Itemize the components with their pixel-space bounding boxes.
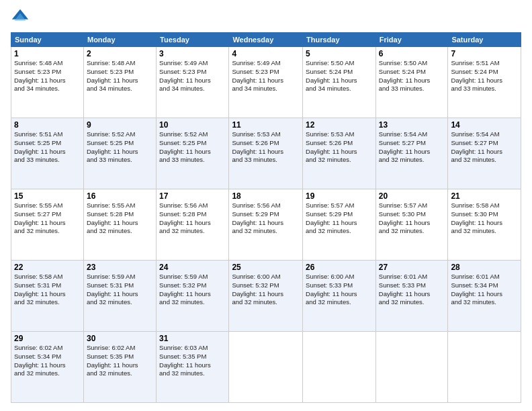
day-cell: 24 Sunrise: 5:59 AMSunset: 5:32 PMDaylig…: [157, 261, 229, 332]
day-cell: 6 Sunrise: 5:50 AMSunset: 5:24 PMDayligh…: [375, 47, 448, 118]
day-info: Sunrise: 5:50 AMSunset: 5:24 PMDaylight:…: [379, 59, 445, 93]
day-cell: 1 Sunrise: 5:48 AMSunset: 5:23 PMDayligh…: [11, 47, 84, 118]
col-header-tuesday: Tuesday: [157, 33, 229, 47]
day-cell: 20 Sunrise: 5:57 AMSunset: 5:30 PMDaylig…: [375, 189, 448, 261]
day-cell: 27 Sunrise: 6:01 AMSunset: 5:33 PMDaylig…: [375, 261, 448, 332]
page: SundayMondayTuesdayWednesdayThursdayFrid…: [0, 0, 532, 411]
day-number: 7: [451, 49, 518, 58]
day-cell: 15 Sunrise: 5:55 AMSunset: 5:27 PMDaylig…: [11, 189, 84, 261]
calendar-header: SundayMondayTuesdayWednesdayThursdayFrid…: [11, 33, 521, 47]
day-info: Sunrise: 5:59 AMSunset: 5:31 PMDaylight:…: [87, 273, 153, 307]
col-header-sunday: Sunday: [11, 33, 84, 47]
week-row-5: 29 Sunrise: 6:02 AMSunset: 5:34 PMDaylig…: [11, 332, 521, 403]
day-number: 30: [87, 334, 153, 343]
day-cell: 30 Sunrise: 6:02 AMSunset: 5:35 PMDaylig…: [83, 332, 156, 403]
day-info: Sunrise: 6:02 AMSunset: 5:34 PMDaylight:…: [14, 344, 81, 378]
day-info: Sunrise: 6:01 AMSunset: 5:34 PMDaylight:…: [451, 273, 518, 307]
day-number: 23: [87, 263, 153, 272]
day-number: 18: [232, 191, 300, 201]
day-number: 31: [159, 334, 226, 343]
day-info: Sunrise: 6:02 AMSunset: 5:35 PMDaylight:…: [87, 344, 153, 378]
week-row-1: 1 Sunrise: 5:48 AMSunset: 5:23 PMDayligh…: [11, 47, 521, 118]
day-info: Sunrise: 5:59 AMSunset: 5:32 PMDaylight:…: [159, 273, 226, 307]
day-info: Sunrise: 5:52 AMSunset: 5:25 PMDaylight:…: [87, 130, 153, 165]
week-row-3: 15 Sunrise: 5:55 AMSunset: 5:27 PMDaylig…: [11, 189, 521, 261]
day-cell: 7 Sunrise: 5:51 AMSunset: 5:24 PMDayligh…: [448, 47, 521, 118]
day-number: 4: [232, 49, 300, 58]
day-cell: 12 Sunrise: 5:53 AMSunset: 5:26 PMDaylig…: [303, 118, 376, 189]
day-number: 25: [232, 263, 300, 272]
day-cell: 23 Sunrise: 5:59 AMSunset: 5:31 PMDaylig…: [83, 261, 156, 332]
day-number: 27: [379, 263, 445, 272]
day-number: 8: [14, 120, 81, 130]
day-number: 17: [159, 191, 226, 201]
day-info: Sunrise: 5:53 AMSunset: 5:26 PMDaylight:…: [232, 130, 300, 165]
day-number: 21: [451, 191, 518, 201]
day-cell: [375, 332, 448, 403]
day-info: Sunrise: 6:03 AMSunset: 5:35 PMDaylight:…: [159, 344, 226, 378]
week-row-4: 22 Sunrise: 5:58 AMSunset: 5:31 PMDaylig…: [11, 261, 521, 332]
day-info: Sunrise: 5:50 AMSunset: 5:24 PMDaylight:…: [306, 59, 373, 93]
day-info: Sunrise: 5:49 AMSunset: 5:23 PMDaylight:…: [159, 59, 226, 93]
day-info: Sunrise: 5:55 AMSunset: 5:27 PMDaylight:…: [14, 201, 81, 236]
calendar: SundayMondayTuesdayWednesdayThursdayFrid…: [11, 32, 521, 403]
day-number: 15: [14, 191, 81, 201]
header-row: SundayMondayTuesdayWednesdayThursdayFrid…: [11, 33, 521, 47]
day-number: 10: [159, 120, 226, 130]
col-header-thursday: Thursday: [303, 33, 376, 47]
day-number: 19: [306, 191, 373, 201]
day-info: Sunrise: 5:56 AMSunset: 5:28 PMDaylight:…: [159, 201, 226, 236]
logo: [11, 8, 32, 27]
day-number: 3: [159, 49, 226, 58]
day-number: 9: [87, 120, 153, 130]
day-number: 14: [451, 120, 518, 130]
day-number: 16: [87, 191, 153, 201]
day-cell: [448, 332, 521, 403]
day-number: 24: [159, 263, 226, 272]
day-info: Sunrise: 6:01 AMSunset: 5:33 PMDaylight:…: [379, 273, 445, 307]
day-cell: [229, 332, 303, 403]
day-cell: 17 Sunrise: 5:56 AMSunset: 5:28 PMDaylig…: [157, 189, 229, 261]
col-header-monday: Monday: [83, 33, 156, 47]
day-cell: 28 Sunrise: 6:01 AMSunset: 5:34 PMDaylig…: [448, 261, 521, 332]
header: [11, 8, 521, 27]
day-cell: [303, 332, 376, 403]
day-number: 12: [306, 120, 373, 130]
day-cell: 26 Sunrise: 6:00 AMSunset: 5:33 PMDaylig…: [303, 261, 376, 332]
day-cell: 29 Sunrise: 6:02 AMSunset: 5:34 PMDaylig…: [11, 332, 84, 403]
day-info: Sunrise: 5:53 AMSunset: 5:26 PMDaylight:…: [306, 130, 373, 165]
day-cell: 14 Sunrise: 5:54 AMSunset: 5:27 PMDaylig…: [448, 118, 521, 189]
logo-icon: [11, 8, 30, 27]
day-info: Sunrise: 5:48 AMSunset: 5:23 PMDaylight:…: [14, 59, 81, 93]
day-info: Sunrise: 5:57 AMSunset: 5:29 PMDaylight:…: [306, 201, 373, 236]
day-cell: 10 Sunrise: 5:52 AMSunset: 5:25 PMDaylig…: [157, 118, 229, 189]
day-info: Sunrise: 5:55 AMSunset: 5:28 PMDaylight:…: [87, 201, 153, 236]
day-cell: 2 Sunrise: 5:48 AMSunset: 5:23 PMDayligh…: [83, 47, 156, 118]
day-number: 29: [14, 334, 81, 343]
day-info: Sunrise: 5:58 AMSunset: 5:31 PMDaylight:…: [14, 273, 81, 307]
col-header-saturday: Saturday: [448, 33, 521, 47]
day-info: Sunrise: 6:00 AMSunset: 5:32 PMDaylight:…: [232, 273, 300, 307]
day-number: 6: [379, 49, 445, 58]
day-cell: 19 Sunrise: 5:57 AMSunset: 5:29 PMDaylig…: [303, 189, 376, 261]
day-cell: 13 Sunrise: 5:54 AMSunset: 5:27 PMDaylig…: [375, 118, 448, 189]
day-info: Sunrise: 5:57 AMSunset: 5:30 PMDaylight:…: [379, 201, 445, 236]
col-header-wednesday: Wednesday: [229, 33, 303, 47]
day-number: 2: [87, 49, 153, 58]
day-number: 5: [306, 49, 373, 58]
day-cell: 16 Sunrise: 5:55 AMSunset: 5:28 PMDaylig…: [83, 189, 156, 261]
day-info: Sunrise: 5:51 AMSunset: 5:24 PMDaylight:…: [451, 59, 518, 93]
day-cell: 4 Sunrise: 5:49 AMSunset: 5:23 PMDayligh…: [229, 47, 303, 118]
col-header-friday: Friday: [375, 33, 448, 47]
day-cell: 18 Sunrise: 5:56 AMSunset: 5:29 PMDaylig…: [229, 189, 303, 261]
day-info: Sunrise: 5:51 AMSunset: 5:25 PMDaylight:…: [14, 130, 81, 165]
day-info: Sunrise: 6:00 AMSunset: 5:33 PMDaylight:…: [306, 273, 373, 307]
day-cell: 21 Sunrise: 5:58 AMSunset: 5:30 PMDaylig…: [448, 189, 521, 261]
calendar-body: 1 Sunrise: 5:48 AMSunset: 5:23 PMDayligh…: [11, 47, 521, 403]
day-info: Sunrise: 5:54 AMSunset: 5:27 PMDaylight:…: [451, 130, 518, 165]
day-cell: 9 Sunrise: 5:52 AMSunset: 5:25 PMDayligh…: [83, 118, 156, 189]
day-number: 13: [379, 120, 445, 130]
day-cell: 8 Sunrise: 5:51 AMSunset: 5:25 PMDayligh…: [11, 118, 84, 189]
day-info: Sunrise: 5:49 AMSunset: 5:23 PMDaylight:…: [232, 59, 300, 93]
day-cell: 31 Sunrise: 6:03 AMSunset: 5:35 PMDaylig…: [157, 332, 229, 403]
